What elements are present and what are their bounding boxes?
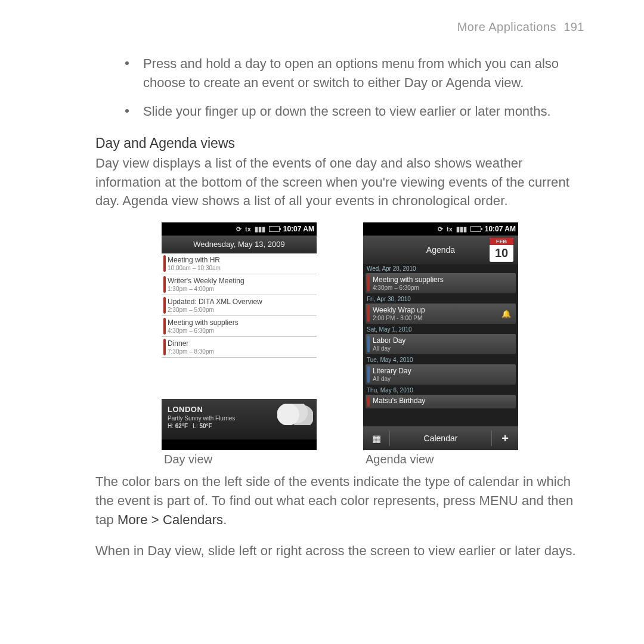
signal-icon: ▮▮▮ <box>255 225 265 233</box>
agenda-footer: ▦ Calendar + <box>363 426 518 450</box>
section-name: More Applications <box>457 20 556 33</box>
event-title: Meeting with HR <box>168 256 313 264</box>
reminder-bell-icon: 🔔 <box>501 309 511 318</box>
event-title: Meeting with suppliers <box>373 275 512 284</box>
subheading: Day and Agenda views <box>95 135 584 151</box>
event-title: Meeting with suppliers <box>168 318 313 327</box>
event-time: 2:00 PM - 3:00 PM <box>373 315 512 321</box>
agenda-event[interactable]: Matsu's Birthday <box>366 395 516 408</box>
weather-panel: LONDON Partly Sunny with Flurries H: 62°… <box>162 399 317 439</box>
battery-icon <box>470 226 481 232</box>
add-event-button[interactable]: + <box>492 432 518 445</box>
body-paragraph: When in Day view, slide left or right ac… <box>95 541 584 561</box>
agenda-event[interactable]: Labor Day All day <box>366 334 516 354</box>
list-item: Press and hold a day to open an options … <box>125 54 584 92</box>
event-time: 7:30pm – 8:30pm <box>168 348 313 355</box>
calendar-badge-icon: FEB 10 <box>490 238 513 262</box>
event-time: 4:30pm – 6:30pm <box>168 327 313 334</box>
agenda-event[interactable]: Weekly Wrap up 2:00 PM - 3:00 PM 🔔 <box>366 304 516 324</box>
day-event[interactable]: Dinner 7:30pm – 8:30pm <box>162 337 317 358</box>
agenda-list[interactable]: Wed, Apr 28, 2010 Meeting with suppliers… <box>363 264 518 426</box>
network-icon: tx <box>447 225 453 233</box>
event-time: All day <box>373 345 512 352</box>
agenda-date: Wed, Apr 28, 2010 <box>363 264 518 273</box>
day-event[interactable]: Meeting with HR 10:00am – 10:30am <box>162 253 317 274</box>
bullet-list: Press and hold a day to open an options … <box>125 54 584 121</box>
event-title: Weekly Wrap up <box>373 306 512 314</box>
event-time: 2:30pm – 5:00pm <box>168 306 313 313</box>
agenda-date: Thu, May 6, 2010 <box>363 386 518 395</box>
agenda-date: Sat, May 1, 2010 <box>363 325 518 334</box>
status-time: 10:07 AM <box>485 225 516 233</box>
intro-paragraph: Day view displays a list of the events o… <box>95 154 584 211</box>
day-event[interactable]: Updated: DITA XML Overview 2:30pm – 5:00… <box>162 295 317 316</box>
event-time: 1:30pm – 4:00pm <box>168 286 313 292</box>
status-bar: ⟳ tx ▮▮▮ 10:07 AM <box>162 222 317 236</box>
calendar-grid-icon[interactable]: ▦ <box>363 433 389 444</box>
sync-icon: ⟳ <box>236 225 242 233</box>
footer-label[interactable]: Calendar <box>390 434 491 443</box>
menu-path: More > Calendars <box>117 512 223 527</box>
event-time: 4:30pm – 6:30pm <box>373 284 512 291</box>
agenda-event[interactable]: Literary Day All day <box>366 364 516 385</box>
body-paragraph: The color bars on the left side of the e… <box>95 472 584 530</box>
list-item: Slide your finger up or down the screen … <box>125 102 584 121</box>
day-view-figure: ⟳ tx ▮▮▮ 10:07 AM Wednesday, May 13, 200… <box>162 222 317 466</box>
figure-caption: Agenda view <box>363 453 518 466</box>
battery-icon <box>269 226 280 232</box>
event-title: Matsu's Birthday <box>373 397 512 405</box>
network-icon: tx <box>245 225 251 233</box>
figure-caption: Day view <box>162 453 317 466</box>
day-view-date: Wednesday, May 13, 2009 <box>162 236 317 253</box>
event-title: Dinner <box>168 339 313 348</box>
signal-icon: ▮▮▮ <box>456 225 467 233</box>
badge-month: FEB <box>490 238 513 245</box>
running-header: More Applications 191 <box>95 20 584 34</box>
event-title: Labor Day <box>373 336 512 345</box>
sync-icon: ⟳ <box>438 225 443 233</box>
status-time: 10:07 AM <box>283 225 314 233</box>
agenda-view-figure: ⟳ tx ▮▮▮ 10:07 AM Agenda FEB 10 Wed, Apr… <box>363 222 518 466</box>
day-event-list[interactable]: Meeting with HR 10:00am – 10:30am Writer… <box>162 253 317 399</box>
cloud-icon <box>277 404 313 425</box>
agenda-header: Agenda FEB 10 <box>363 236 518 264</box>
event-title: Updated: DITA XML Overview <box>168 298 313 306</box>
status-bar: ⟳ tx ▮▮▮ 10:07 AM <box>363 222 518 236</box>
page-number: 191 <box>564 20 584 33</box>
day-event[interactable]: Meeting with suppliers 4:30pm – 6:30pm <box>162 316 317 337</box>
agenda-event[interactable]: Meeting with suppliers 4:30pm – 6:30pm <box>366 273 516 293</box>
badge-day: 10 <box>490 245 513 261</box>
event-time: All day <box>373 376 512 382</box>
event-title: Literary Day <box>373 367 512 375</box>
agenda-label: Agenda <box>426 245 455 255</box>
event-time: 10:00am – 10:30am <box>168 265 313 271</box>
agenda-date: Fri, Apr 30, 2010 <box>363 295 518 304</box>
agenda-date: Tue, May 4, 2010 <box>363 355 518 364</box>
day-event[interactable]: Writer's Weekly Meeting 1:30pm – 4:00pm <box>162 274 317 295</box>
event-title: Writer's Weekly Meeting <box>168 277 313 285</box>
